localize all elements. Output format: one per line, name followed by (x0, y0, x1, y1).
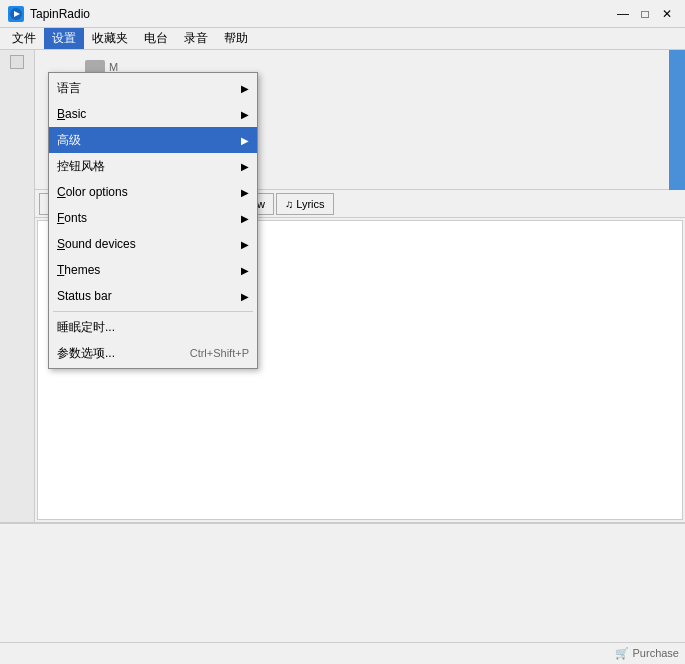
settings-menu: 语言 ▶ Basic ▶ 高级 ▶ 控钮风格 ▶ Color options ▶ (48, 72, 258, 369)
sidebar-icon-1[interactable] (10, 55, 24, 69)
menu-bar: 文件 设置 收藏夹 电台 录音 帮助 (0, 28, 685, 50)
submenu-arrow-fonts: ▶ (241, 213, 249, 224)
submenu-arrow-themes: ▶ (241, 265, 249, 276)
submenu-arrow-basic: ▶ (241, 109, 249, 120)
menu-stations[interactable]: 电台 (136, 28, 176, 49)
menu-favorites[interactable]: 收藏夹 (84, 28, 136, 49)
menu-item-themes[interactable]: Themes ▶ (49, 257, 257, 283)
submenu-arrow-language: ▶ (241, 83, 249, 94)
bottom-area (0, 522, 685, 642)
main-area: M Options 🔍 搜索 ★ 收藏夹 ⊕ New ♫ Lyrics 🛒 Pu… (0, 50, 685, 664)
menu-item-button-style[interactable]: 控钮风格 ▶ (49, 153, 257, 179)
sidebar (0, 50, 35, 522)
title-bar: TapinRadio — □ ✕ (0, 0, 685, 28)
minimize-button[interactable]: — (613, 4, 633, 24)
status-bar: 🛒 Purchase (0, 642, 685, 664)
menu-item-basic[interactable]: Basic ▶ (49, 101, 257, 127)
menu-item-sleep-timer[interactable]: 睡眠定时... (49, 314, 257, 340)
menu-help[interactable]: 帮助 (216, 28, 256, 49)
menu-settings[interactable]: 设置 (44, 28, 84, 49)
purchase-link[interactable]: 🛒 Purchase (615, 647, 679, 660)
shortcut-parameters: Ctrl+Shift+P (190, 347, 249, 359)
submenu-arrow-button-style: ▶ (241, 161, 249, 172)
menu-item-color-options[interactable]: Color options ▶ (49, 179, 257, 205)
menu-file[interactable]: 文件 (4, 28, 44, 49)
submenu-arrow-sound-devices: ▶ (241, 239, 249, 250)
app-icon (8, 6, 24, 22)
menu-item-parameters[interactable]: 参数选项... Ctrl+Shift+P (49, 340, 257, 366)
menu-item-advanced[interactable]: 高级 ▶ (49, 127, 257, 153)
submenu-arrow-status-bar: ▶ (241, 291, 249, 302)
menu-item-status-bar[interactable]: Status bar ▶ (49, 283, 257, 309)
close-button[interactable]: ✕ (657, 4, 677, 24)
menu-item-language[interactable]: 语言 ▶ (49, 75, 257, 101)
menu-record[interactable]: 录音 (176, 28, 216, 49)
submenu-arrow-color-options: ▶ (241, 187, 249, 198)
menu-item-sound-devices[interactable]: Sound devices ▶ (49, 231, 257, 257)
menu-separator-1 (53, 311, 253, 312)
app-title: TapinRadio (30, 7, 611, 21)
lyrics-button[interactable]: ♫ Lyrics (276, 193, 334, 215)
maximize-button[interactable]: □ (635, 4, 655, 24)
submenu-arrow-advanced: ▶ (241, 135, 249, 146)
menu-item-fonts[interactable]: Fonts ▶ (49, 205, 257, 231)
blue-accent-bar (669, 50, 685, 190)
